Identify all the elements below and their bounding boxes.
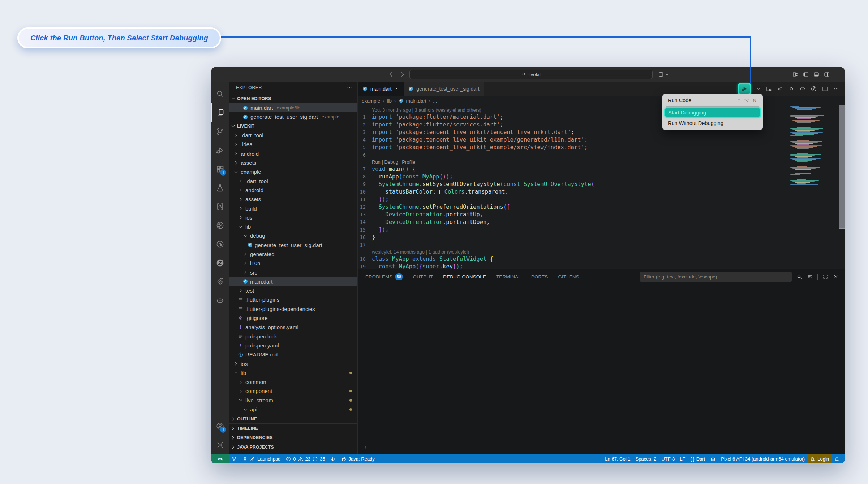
codelens[interactable]: Run | Debug | Profile (358, 159, 845, 165)
tree-item-android[interactable]: android (229, 186, 357, 195)
status-device-selector[interactable]: Pixel 6 API 34 (android-arm64 emulator) (718, 454, 807, 463)
status-java-status[interactable]: Java: Ready (339, 454, 377, 463)
explorer-actions-icon[interactable] (347, 85, 352, 91)
status-login[interactable]: Login (807, 454, 832, 463)
code-line-11[interactable]: 11 )); (358, 195, 845, 203)
panel-tab-terminal[interactable]: TERMINAL (496, 269, 521, 284)
code-line-14[interactable]: 14 DeviceOrientation.portraitDown, (358, 218, 845, 226)
code-line-2[interactable]: 2import 'package:flutter/services.dart'; (358, 121, 845, 128)
code-line-16[interactable]: 16} (358, 233, 845, 241)
status-commit-graph[interactable] (229, 454, 240, 463)
activity-bar-item-settings[interactable] (211, 436, 229, 454)
toggle-secondary-sidebar-icon[interactable] (824, 71, 830, 78)
status-language-mode[interactable]: { }Dart (688, 454, 708, 463)
tree-item-analysis_options.yaml[interactable]: !analysis_options.yaml (229, 323, 357, 332)
status-indentation[interactable]: Spaces: 2 (633, 454, 659, 463)
tree-item-common[interactable]: common (229, 377, 357, 386)
status-cursor-position[interactable]: Ln 67, Col 1 (602, 454, 633, 463)
close-editor-icon[interactable] (235, 105, 240, 111)
activity-bar-item-explorer[interactable] (211, 103, 229, 122)
code-line-18[interactable]: 18class MyApp extends StatefulWidget { (358, 255, 845, 263)
tree-item-generate_test_user_sig.dart[interactable]: generate_test_user_sig.dart (229, 241, 357, 250)
code-line-17[interactable]: 17 (358, 241, 845, 249)
menu-item-start-debugging[interactable]: Start Debugging (664, 107, 761, 118)
run-dropdown-chevron-icon[interactable] (756, 86, 761, 91)
activity-bar-item-accounts[interactable]: 1 (211, 417, 229, 436)
status-problems-summary[interactable]: 02335 (283, 454, 327, 463)
tree-item-debug[interactable]: debug (229, 231, 357, 240)
open-remote-window-button[interactable] (658, 71, 670, 78)
activity-bar-item-extension-z[interactable] (211, 254, 229, 272)
preview-search-icon[interactable] (766, 86, 772, 92)
tree-item-.flutter-plugins-dependencies[interactable]: .flutter-plugins-dependencies (229, 304, 357, 314)
status-launchpad[interactable]: Launchpad (240, 454, 283, 463)
tree-item-build[interactable]: build (229, 204, 357, 213)
nav-back-icon[interactable] (388, 71, 394, 78)
tree-item-test[interactable]: test (229, 286, 357, 295)
code-line-3[interactable]: 3import 'package:tencent_live_uikit/tenc… (358, 128, 845, 136)
close-panel-icon[interactable] (833, 274, 839, 280)
activity-bar-item-gitlens[interactable] (211, 216, 229, 235)
section-timeline[interactable]: TIMELINE (229, 423, 357, 433)
status-encoding[interactable]: UTF-8 (659, 454, 677, 463)
code-line-9[interactable]: 9 SystemChrome.setSystemUIOverlayStyle(c… (358, 180, 845, 188)
status-eol[interactable]: LF (677, 454, 688, 463)
ellipsis-icon[interactable] (833, 86, 839, 92)
project-root-header[interactable]: LIVEKIT (229, 121, 357, 131)
menu-item-run-code[interactable]: Run Code⌃ ⌥ N (664, 95, 761, 105)
panel-search-icon[interactable] (796, 274, 802, 280)
activity-bar-item-testing[interactable] (211, 178, 229, 197)
activity-bar-item-source-control[interactable] (211, 122, 229, 141)
tree-item-ios[interactable]: ios (229, 359, 357, 368)
prev-change-icon[interactable] (777, 86, 783, 92)
command-center-search[interactable]: livekit (409, 70, 653, 79)
section-dependencies[interactable]: DEPENDENCIES (229, 433, 357, 442)
customize-layout-icon[interactable] (792, 71, 799, 78)
minimap[interactable] (790, 106, 837, 191)
section-outline[interactable]: OUTLINE (229, 414, 357, 423)
tree-item-l10n[interactable]: l10n (229, 259, 357, 268)
code-line-13[interactable]: 13 DeviceOrientation.portraitUp, (358, 211, 845, 218)
next-change-icon[interactable] (799, 86, 806, 92)
tree-item-src[interactable]: src (229, 268, 357, 277)
tree-item-.dart_tool[interactable]: .dart_tool (229, 131, 357, 140)
panel-tab-gitlens[interactable]: GITLENS (558, 269, 579, 284)
breadcrumb-item[interactable]: ... (433, 98, 437, 104)
code-line-12[interactable]: 12 SystemChrome.setPreferredOrientations… (358, 203, 845, 211)
activity-bar-item-extensions[interactable]: 1 (211, 160, 229, 178)
tree-item-.idea[interactable]: .idea (229, 140, 357, 149)
tree-item-pubspec.yaml[interactable]: !pubspec.yaml (229, 341, 357, 350)
status-assistant-status[interactable] (708, 454, 718, 463)
tree-item-pubspec.lock[interactable]: pubspec.lock (229, 332, 357, 341)
activity-bar-item-ai-assistant[interactable] (211, 291, 229, 310)
debug-console-body[interactable]: › (358, 284, 845, 454)
panel-tab-debug-console[interactable]: DEBUG CONSOLE (443, 269, 486, 284)
split-icon[interactable] (822, 86, 828, 92)
tree-item-.gitignore[interactable]: .gitignore (229, 314, 357, 323)
panel-tab-ports[interactable]: PORTS (531, 269, 548, 284)
code-line-15[interactable]: 15 ]); (358, 226, 845, 233)
toggle-panel-icon[interactable] (813, 71, 820, 78)
code-line-6[interactable]: 6 (358, 151, 845, 159)
tab-generate_test_user_sig.dart[interactable]: generate_test_user_sig.dart (404, 82, 484, 96)
code-line-1[interactable]: 1import 'package:flutter/material.dart'; (358, 113, 845, 121)
activity-bar-item-run-and-debug[interactable] (211, 141, 229, 160)
activity-bar-item-search[interactable] (211, 85, 229, 103)
clear-console-icon[interactable] (807, 274, 813, 280)
close-tab-icon[interactable] (394, 86, 399, 91)
graph-circle-icon[interactable] (811, 86, 817, 92)
open-editor-main.dart[interactable]: main.dartexample/lib (229, 103, 357, 112)
menu-item-run-without-debugging[interactable]: Run Without Debugging (664, 118, 761, 128)
code-line-4[interactable]: 4import 'package:tencent_live_uikit_exam… (358, 136, 845, 143)
activity-bar-item-gitlens-inspect[interactable] (211, 235, 229, 254)
panel-tab-output[interactable]: OUTPUT (413, 269, 433, 284)
run-or-debug-button[interactable] (738, 83, 751, 95)
code-line-7[interactable]: 7void main() { (358, 165, 845, 173)
editor-scrollbar[interactable] (839, 105, 845, 229)
tab-main.dart[interactable]: main.dart (358, 82, 404, 96)
tree-item-android[interactable]: android (229, 149, 357, 158)
open-editors-header[interactable]: OPEN EDITORS (229, 94, 357, 103)
code-line-8[interactable]: 8 runApp(const MyApp()); (358, 173, 845, 180)
tree-item-assets[interactable]: assets (229, 195, 357, 204)
debug-console-filter-input[interactable] (640, 272, 792, 282)
